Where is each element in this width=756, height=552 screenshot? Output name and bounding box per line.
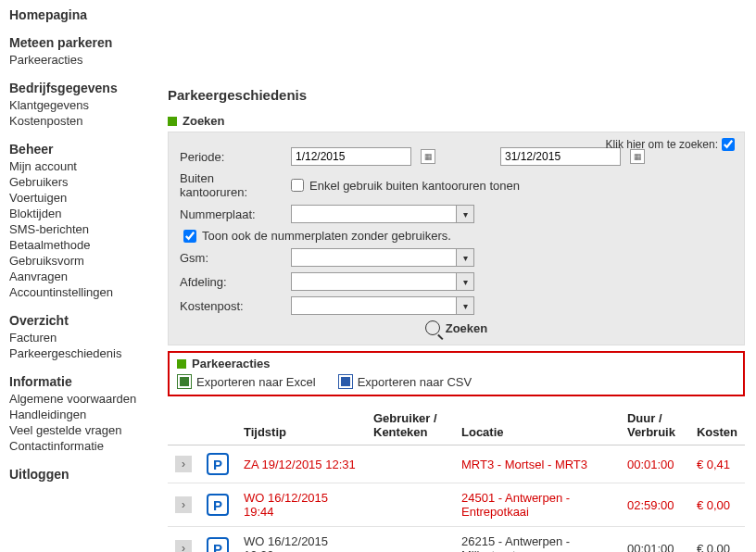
col-tijdstip[interactable]: Tijdstip (236, 406, 366, 445)
cell-kosten: € 0,00 (689, 483, 745, 527)
sidebar-item[interactable]: Klantgegevens (9, 97, 162, 113)
click-to-search-hint: Klik hier om te zoeken: (606, 138, 735, 151)
table-row: ›PZA 19/12/2015 12:31MRT3 - Mortsel - MR… (168, 445, 745, 483)
chevron-down-icon[interactable]: ▾ (456, 248, 474, 267)
results-section-title: Parkeeracties (192, 357, 271, 370)
periode-label: Periode: (180, 150, 282, 164)
square-bullet-icon (168, 117, 177, 126)
calendar-icon[interactable]: ▦ (630, 149, 645, 164)
table-row: ›PWO 16/12/2015 19:4424501 - Antwerpen -… (168, 483, 745, 527)
sidebar-group-title: Bedrijfsgegevens (9, 81, 162, 95)
search-icon (425, 320, 440, 335)
afdeling-input[interactable] (291, 272, 456, 291)
nummerplaat-input[interactable] (291, 205, 456, 223)
sidebar-item[interactable]: Parkeeracties (9, 52, 162, 68)
sidebar-group-title: Overzicht (9, 313, 162, 328)
sidebar-item[interactable]: Veel gestelde vragen (9, 422, 162, 438)
search-button[interactable]: Zoeken (425, 320, 488, 335)
buiten-label: Buiten kantooruren: (180, 171, 282, 199)
click-to-search-checkbox[interactable] (722, 138, 735, 151)
nummerplaat-label: Nummerplaat: (180, 207, 282, 221)
square-bullet-icon (177, 359, 186, 369)
toon-ook-text: Toon ook de nummerplaten zonder gebruike… (202, 229, 451, 243)
table-row: ›PWO 16/12/2015 12:2026215 - Antwerpen -… (168, 527, 745, 553)
cell-tijdstip: WO 16/12/2015 19:44 (236, 483, 366, 527)
kostenpost-label: Kostenpost: (180, 299, 282, 313)
cell-locatie: 26215 - Antwerpen - Milisstraat (454, 527, 620, 553)
cell-gebruiker (366, 445, 454, 483)
csv-icon (338, 374, 353, 389)
sidebar-item[interactable]: Gebruiksvorm (9, 253, 162, 269)
cell-duur: 00:01:00 (620, 527, 689, 553)
date-to-input[interactable] (500, 147, 621, 166)
col-duur[interactable]: Duur / Verbruik (620, 406, 689, 445)
sidebar-group-title: Meteen parkeren (9, 35, 162, 50)
sidebar-group-title[interactable]: Homepagina (9, 7, 162, 22)
sidebar: HomepaginaMeteen parkerenParkeeractiesBe… (0, 0, 162, 552)
col-gebruiker[interactable]: Gebruiker / Kenteken (366, 406, 454, 445)
parking-icon: P (207, 537, 229, 552)
results-table: Tijdstip Gebruiker / Kenteken Locatie Du… (168, 406, 745, 552)
gsm-label: Gsm: (180, 251, 282, 265)
sidebar-group-title[interactable]: Uitloggen (9, 467, 162, 482)
chevron-down-icon[interactable]: ▾ (456, 205, 474, 223)
sidebar-item[interactable]: Gebruikers (9, 174, 162, 190)
chevron-down-icon[interactable]: ▾ (456, 296, 474, 315)
col-kosten[interactable]: Kosten (689, 406, 745, 445)
sidebar-item[interactable]: Contactinformatie (9, 438, 162, 454)
export-csv-button[interactable]: Exporteren naar CSV (338, 374, 472, 389)
excel-icon (177, 374, 192, 389)
sidebar-item[interactable]: Parkeergeschiedenis (9, 345, 162, 361)
export-highlight-box: Parkeeracties Exporteren naar Excel Expo… (168, 351, 745, 396)
main-content: Parkeergeschiedenis Zoeken Klik hier om … (162, 0, 756, 552)
parking-icon: P (207, 453, 229, 475)
cell-tijdstip: ZA 19/12/2015 12:31 (236, 445, 366, 483)
parking-icon: P (207, 494, 229, 516)
cell-gebruiker (366, 527, 454, 553)
sidebar-group-title: Beheer (9, 142, 162, 157)
sidebar-item[interactable]: Betaalmethode (9, 237, 162, 253)
date-from-input[interactable] (291, 147, 411, 166)
sidebar-item[interactable]: Voertuigen (9, 190, 162, 206)
sidebar-item[interactable]: Bloktijden (9, 206, 162, 221)
cell-gebruiker (366, 483, 454, 527)
buiten-kantooruren-text: Enkel gebruik buiten kantooruren tonen (309, 179, 520, 193)
sidebar-item[interactable]: Kostenposten (9, 113, 162, 129)
sidebar-item[interactable]: Accountinstellingen (9, 284, 162, 300)
search-section-header: Zoeken (168, 114, 745, 128)
page-title: Parkeergeschiedenis (168, 87, 745, 103)
cell-duur: 00:01:00 (620, 445, 689, 483)
sidebar-item[interactable]: Aanvragen (9, 269, 162, 284)
cell-kosten: € 0,41 (689, 445, 745, 483)
gsm-input[interactable] (291, 248, 456, 267)
afdeling-label: Afdeling: (180, 275, 282, 289)
sidebar-item[interactable]: Handleidingen (9, 407, 162, 422)
cell-locatie: MRT3 - Mortsel - MRT3 (454, 445, 620, 483)
chevron-down-icon[interactable]: ▾ (456, 272, 474, 291)
cell-tijdstip: WO 16/12/2015 12:20 (236, 527, 366, 553)
col-locatie[interactable]: Locatie (454, 406, 620, 445)
cell-duur: 02:59:00 (620, 483, 689, 527)
sidebar-group-title: Informatie (9, 374, 162, 389)
sidebar-item[interactable]: Algemene voorwaarden (9, 391, 162, 407)
toon-ook-checkbox[interactable] (183, 230, 196, 243)
sidebar-item[interactable]: Facturen (9, 330, 162, 345)
kostenpost-input[interactable] (291, 296, 456, 315)
expand-row-button[interactable]: › (175, 540, 192, 552)
search-panel: Klik hier om te zoeken: Periode: ▦ ▦ Bui… (168, 132, 745, 345)
expand-row-button[interactable]: › (175, 496, 192, 513)
sidebar-item[interactable]: Mijn account (9, 158, 162, 174)
calendar-icon[interactable]: ▦ (421, 149, 435, 164)
expand-row-button[interactable]: › (175, 456, 192, 472)
export-excel-button[interactable]: Exporteren naar Excel (177, 374, 316, 389)
cell-kosten: € 0,00 (689, 527, 745, 553)
search-section-title: Zoeken (183, 114, 225, 128)
buiten-kantooruren-checkbox[interactable] (291, 179, 304, 192)
cell-locatie: 24501 - Antwerpen - Entrepotkaai (454, 483, 620, 527)
sidebar-item[interactable]: SMS-berichten (9, 221, 162, 237)
